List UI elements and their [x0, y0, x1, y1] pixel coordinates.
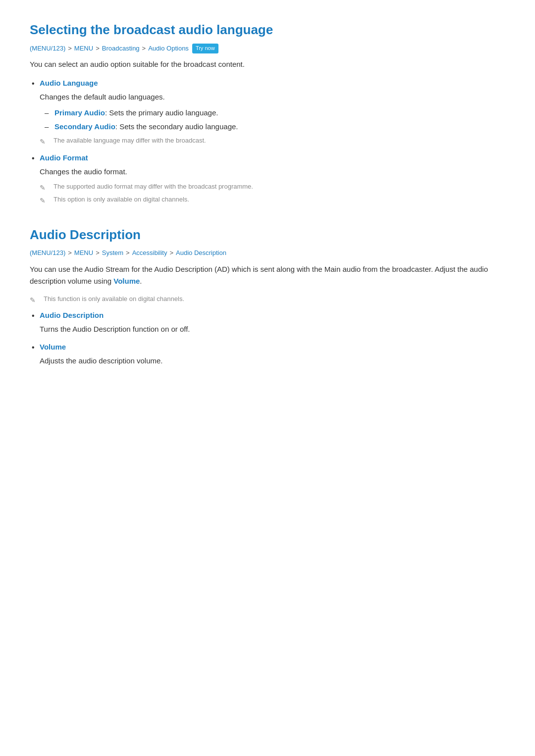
breadcrumb-menu[interactable]: MENU: [74, 44, 93, 54]
note-item-format-1: ✎ The supported audio format may differ …: [40, 182, 505, 192]
audio-format-notes: ✎ The supported audio format may differ …: [40, 182, 505, 205]
sub-item-primary-audio: Primary Audio: Sets the primary audio la…: [45, 107, 505, 119]
note-icon-format-2: ✎: [40, 195, 46, 206]
audio-desc-label[interactable]: Audio Description: [40, 311, 104, 319]
breadcrumb2-audio-description[interactable]: Audio Description: [176, 248, 226, 258]
breadcrumb-audio-options[interactable]: Audio Options: [148, 44, 189, 54]
breadcrumb2-sep2: >: [96, 248, 100, 258]
audio-format-label[interactable]: Audio Format: [40, 153, 88, 162]
note-text-format-1: The supported audio format may differ wi…: [54, 183, 253, 190]
try-now-badge[interactable]: Try now: [192, 44, 218, 53]
note-text-digital: This function is only available on digit…: [44, 295, 184, 302]
secondary-audio-label[interactable]: Secondary Audio: [54, 122, 115, 131]
section2-bullet-list: Audio Description Turns the Audio Descri…: [30, 309, 505, 367]
breadcrumb-sep1: >: [68, 44, 72, 54]
secondary-audio-colon: :: [115, 122, 119, 131]
breadcrumb-section2: (MENU/123) > MENU > System > Accessibili…: [30, 248, 505, 258]
volume-label[interactable]: Volume: [40, 343, 66, 351]
section1-bullet-list: Audio Language Changes the default audio…: [30, 77, 505, 204]
note-item-language: ✎ The available language may differ with…: [40, 136, 505, 146]
section2-intro: You can use the Audio Stream for the Aud…: [30, 263, 505, 287]
breadcrumb2-menu123[interactable]: (MENU/123): [30, 248, 65, 258]
section2-intro2: .: [140, 277, 142, 285]
sub-item-secondary-audio: Secondary Audio: Sets the secondary audi…: [45, 121, 505, 133]
note-icon-language: ✎: [40, 136, 46, 147]
primary-audio-desc: Sets the primary audio language.: [109, 108, 218, 117]
breadcrumb2-menu[interactable]: MENU: [74, 248, 93, 258]
secondary-audio-desc: Sets the secondary audio language.: [119, 122, 238, 131]
section-audio-description: Audio Description (MENU/123) > MENU > Sy…: [30, 225, 505, 367]
breadcrumb2-sep1: >: [68, 248, 72, 258]
note-text-language: The available language may differ with t…: [54, 137, 206, 144]
breadcrumb2-sep3: >: [126, 248, 130, 258]
audio-description-title: Audio Description: [30, 225, 505, 246]
breadcrumb-sep2: >: [96, 44, 100, 54]
note-icon-format-1: ✎: [40, 182, 46, 193]
note-text-format-2: This option is only available on digital…: [54, 196, 189, 203]
breadcrumb-sep3: >: [142, 44, 146, 54]
breadcrumb2-sep4: >: [169, 248, 173, 258]
breadcrumb2-accessibility[interactable]: Accessibility: [132, 248, 167, 258]
volume-desc: Adjusts the audio description volume.: [40, 355, 505, 367]
breadcrumb-broadcasting[interactable]: Broadcasting: [102, 44, 140, 54]
note-item-format-2: ✎ This option is only available on digit…: [40, 195, 505, 205]
section1-intro: You can select an audio option suitable …: [30, 58, 505, 70]
audio-language-notes: ✎ The available language may differ with…: [40, 136, 505, 146]
audio-language-sub-list: Primary Audio: Sets the primary audio la…: [45, 107, 505, 133]
breadcrumb-menu123[interactable]: (MENU/123): [30, 44, 65, 54]
list-item-audio-language: Audio Language Changes the default audio…: [30, 77, 505, 146]
section2-intro-link[interactable]: Volume: [113, 277, 140, 285]
section2-top-note: ✎ This function is only available on dig…: [30, 294, 505, 304]
primary-audio-label[interactable]: Primary Audio: [54, 108, 105, 117]
section2-intro1: You can use the Audio Stream for the Aud…: [30, 265, 488, 285]
audio-format-desc: Changes the audio format.: [40, 166, 505, 178]
breadcrumb2-system[interactable]: System: [102, 248, 123, 258]
page-title: Selecting the broadcast audio language: [30, 20, 505, 41]
list-item-volume: Volume Adjusts the audio description vol…: [30, 341, 505, 367]
list-item-audio-desc: Audio Description Turns the Audio Descri…: [30, 309, 505, 335]
note-icon-digital: ✎: [30, 295, 36, 305]
audio-language-label[interactable]: Audio Language: [40, 79, 98, 87]
breadcrumb-section1: (MENU/123) > MENU > Broadcasting > Audio…: [30, 44, 505, 54]
list-item-audio-format: Audio Format Changes the audio format. ✎…: [30, 152, 505, 205]
audio-language-desc: Changes the default audio languages.: [40, 91, 505, 103]
section-broadcast-audio: Selecting the broadcast audio language (…: [30, 20, 505, 205]
audio-desc-desc: Turns the Audio Description function on …: [40, 323, 505, 335]
